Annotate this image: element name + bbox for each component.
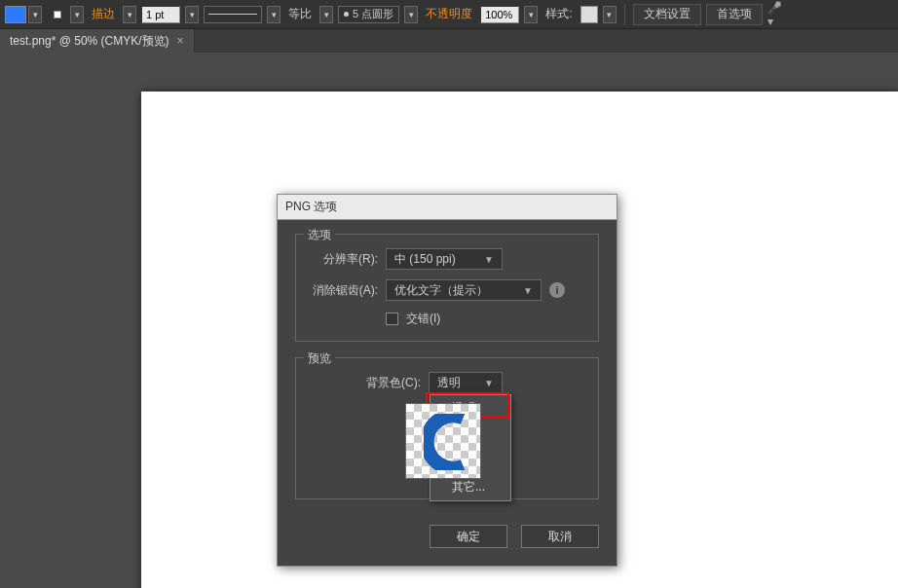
stroke-width-input[interactable] bbox=[141, 6, 180, 23]
options-group-label: 选项 bbox=[304, 227, 335, 243]
resolution-label: 分辨率(R): bbox=[308, 251, 378, 268]
fill-swatch-group[interactable] bbox=[5, 6, 42, 23]
bgcolor-label: 背景色(C): bbox=[366, 375, 421, 391]
bgcolor-select[interactable]: 透明 ▼ 透明 白色 黑色 其它... bbox=[429, 372, 503, 393]
stroke-stepper[interactable] bbox=[123, 6, 136, 23]
opacity-label: 不透明度 bbox=[426, 6, 472, 22]
workspace: PNG 选项 选项 分辨率(R): 中 (150 ppi) ▼ 消除锯齿(A):… bbox=[0, 53, 898, 588]
options-toolbar: 描边 等比 5 点圆形 不透明度 样式: 文档设置 首选项 🎤▾ bbox=[0, 0, 898, 29]
brush-dd[interactable] bbox=[404, 6, 418, 23]
stroke-dropdown[interactable] bbox=[70, 6, 84, 23]
dash-label: 等比 bbox=[288, 6, 312, 22]
ok-button[interactable]: 确定 bbox=[430, 525, 507, 548]
resolution-select[interactable]: 中 (150 ppi) ▼ bbox=[386, 248, 503, 270]
antialias-label: 消除锯齿(A): bbox=[294, 282, 378, 299]
style-dd[interactable] bbox=[603, 6, 617, 23]
style-swatch[interactable] bbox=[580, 6, 598, 23]
resolution-value: 中 (150 ppi) bbox=[394, 251, 456, 268]
doc-setup-button[interactable]: 文档设置 bbox=[633, 4, 701, 25]
mic-icon[interactable]: 🎤▾ bbox=[767, 7, 783, 22]
dialog-title: PNG 选项 bbox=[278, 195, 617, 220]
interlace-checkbox[interactable] bbox=[386, 312, 398, 325]
chevron-down-icon: ▼ bbox=[523, 285, 533, 296]
dash-dd[interactable] bbox=[319, 6, 333, 23]
antialias-select[interactable]: 优化文字（提示） ▼ bbox=[386, 279, 542, 301]
chevron-down-icon: ▼ bbox=[484, 378, 494, 388]
divider bbox=[624, 4, 625, 25]
bgcolor-value: 透明 bbox=[437, 375, 461, 391]
interlace-label: 交错(I) bbox=[406, 311, 440, 327]
stroke-style-dd[interactable] bbox=[267, 6, 281, 23]
png-options-dialog: PNG 选项 选项 分辨率(R): 中 (150 ppi) ▼ 消除锯齿(A):… bbox=[277, 194, 617, 567]
tab-title: test.png* @ 50% (CMYK/预览) bbox=[10, 33, 169, 50]
fill-dropdown[interactable] bbox=[28, 6, 42, 23]
close-icon[interactable]: × bbox=[177, 34, 184, 48]
document-tab-bar: test.png* @ 50% (CMYK/预览) × bbox=[0, 29, 898, 53]
preview-logo-icon bbox=[424, 414, 467, 470]
cancel-button[interactable]: 取消 bbox=[521, 525, 599, 548]
stroke-style[interactable] bbox=[204, 6, 262, 23]
chevron-down-icon: ▼ bbox=[484, 254, 494, 265]
prefs-button[interactable]: 首选项 bbox=[706, 4, 763, 25]
options-group: 选项 分辨率(R): 中 (150 ppi) ▼ 消除锯齿(A): 优化文字（提… bbox=[295, 234, 599, 342]
opacity-dd[interactable] bbox=[524, 6, 538, 23]
brush-select[interactable]: 5 点圆形 bbox=[338, 6, 399, 23]
document-tab[interactable]: test.png* @ 50% (CMYK/预览) × bbox=[0, 29, 195, 53]
fill-swatch[interactable] bbox=[5, 6, 26, 23]
stroke-label: 描边 bbox=[92, 6, 115, 22]
stroke-width-dd[interactable] bbox=[185, 6, 199, 23]
stroke-swatch-group[interactable] bbox=[47, 6, 84, 23]
antialias-value: 优化文字（提示） bbox=[394, 282, 488, 299]
opacity-input[interactable] bbox=[480, 6, 519, 23]
stroke-swatch[interactable] bbox=[47, 6, 68, 23]
style-label: 样式: bbox=[545, 6, 572, 22]
brush-label: 5 点圆形 bbox=[353, 7, 393, 21]
preview-thumbnail bbox=[405, 403, 481, 479]
brush-dot-icon bbox=[344, 12, 349, 17]
preview-group: 预览 背景色(C): 透明 ▼ 透明 白色 黑色 其它... bbox=[295, 357, 599, 499]
info-icon[interactable]: i bbox=[549, 282, 565, 298]
preview-group-label: 预览 bbox=[304, 350, 335, 367]
dialog-buttons: 确定 取消 bbox=[295, 515, 599, 552]
